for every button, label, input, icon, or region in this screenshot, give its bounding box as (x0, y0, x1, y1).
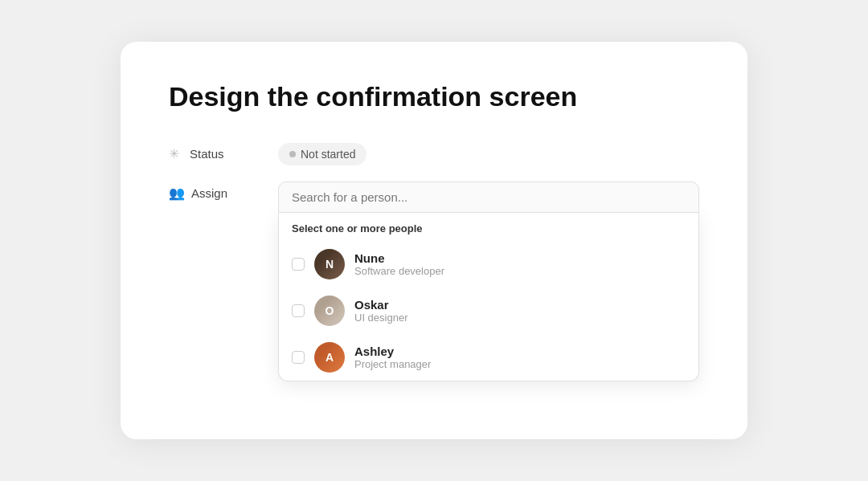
person-info-oskar: Oskar UI designer (354, 298, 407, 324)
person-name-ashley: Ashley (354, 344, 431, 358)
assign-icon: 👥 (169, 187, 185, 200)
person-info-ashley: Ashley Project manager (354, 344, 431, 370)
assign-row: 👥 Assign Select one or more people N Nun… (169, 181, 699, 381)
assign-label-text: Assign (191, 186, 227, 200)
assign-dropdown-wrapper: Select one or more people N Nune Softwar… (278, 181, 699, 381)
person-name-oskar: Oskar (354, 298, 407, 312)
avatar-ashley: A (314, 342, 345, 373)
person-info-nune: Nune Software developer (354, 251, 444, 277)
status-icon (169, 146, 183, 161)
person-role-ashley: Project manager (354, 358, 431, 370)
person-name-nune: Nune (354, 251, 444, 265)
avatar-oskar: O (314, 296, 345, 326)
person-item-oskar[interactable]: O Oskar UI designer (279, 287, 698, 334)
dropdown-header-text: Select one or more people (279, 213, 698, 241)
person-checkbox-ashley[interactable] (292, 351, 305, 364)
status-label-text: Status (190, 147, 224, 161)
task-title: Design the confirmation screen (169, 80, 699, 113)
status-badge-text: Not started (301, 148, 355, 161)
assign-label-group: 👥 Assign (169, 181, 265, 200)
status-label-group: Status (169, 141, 265, 161)
person-role-nune: Software developer (354, 265, 444, 277)
person-item-ashley[interactable]: A Ashley Project manager (279, 334, 698, 381)
person-role-oskar: UI designer (354, 312, 407, 324)
status-row: Status Not started (169, 141, 699, 165)
person-item-nune[interactable]: N Nune Software developer (279, 241, 698, 287)
person-checkbox-nune[interactable] (292, 258, 305, 271)
person-dropdown-list: Select one or more people N Nune Softwar… (278, 213, 699, 381)
person-checkbox-oskar[interactable] (292, 304, 305, 317)
task-card: Design the confirmation screen Status No… (121, 42, 747, 440)
status-badge[interactable]: Not started (278, 143, 366, 165)
status-dot (289, 151, 296, 157)
person-search-input[interactable] (278, 181, 699, 213)
avatar-nune: N (314, 249, 345, 279)
